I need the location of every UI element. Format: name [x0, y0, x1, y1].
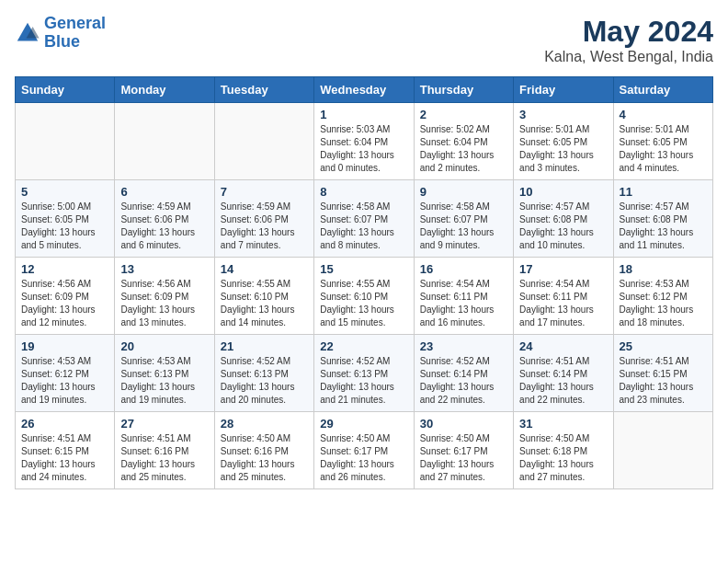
- calendar-cell: 21Sunrise: 4:52 AMSunset: 6:13 PMDayligh…: [214, 335, 313, 412]
- logo-line1: General: [44, 14, 106, 32]
- week-row-1: 1Sunrise: 5:03 AMSunset: 6:04 PMDaylight…: [16, 103, 713, 180]
- cell-info: Sunrise: 4:55 AMSunset: 6:10 PMDaylight:…: [320, 278, 407, 329]
- calendar-header: SundayMondayTuesdayWednesdayThursdayFrid…: [16, 77, 713, 103]
- day-number: 11: [620, 185, 707, 199]
- day-number: 26: [21, 417, 108, 431]
- day-number: 21: [221, 339, 308, 353]
- calendar-cell: 14Sunrise: 4:55 AMSunset: 6:10 PMDayligh…: [214, 258, 313, 335]
- header-day-wednesday: Wednesday: [314, 77, 414, 103]
- calendar-cell: 31Sunrise: 4:50 AMSunset: 6:18 PMDayligh…: [514, 412, 613, 489]
- cell-info: Sunrise: 4:50 AMSunset: 6:17 PMDaylight:…: [320, 432, 407, 484]
- cell-info: Sunrise: 4:59 AMSunset: 6:06 PMDaylight:…: [221, 201, 308, 252]
- cell-info: Sunrise: 4:50 AMSunset: 6:18 PMDaylight:…: [519, 432, 607, 484]
- cell-info: Sunrise: 4:51 AMSunset: 6:14 PMDaylight:…: [519, 355, 607, 407]
- day-number: 2: [420, 108, 507, 121]
- day-number: 27: [120, 417, 208, 431]
- day-number: 20: [120, 339, 208, 353]
- day-number: 15: [320, 262, 407, 276]
- cell-info: Sunrise: 4:57 AMSunset: 6:08 PMDaylight:…: [620, 201, 707, 252]
- day-number: 14: [221, 262, 308, 276]
- calendar-cell: 26Sunrise: 4:51 AMSunset: 6:15 PMDayligh…: [16, 412, 115, 489]
- day-number: 28: [221, 417, 308, 431]
- logo-icon: [15, 20, 40, 46]
- week-row-5: 26Sunrise: 4:51 AMSunset: 6:15 PMDayligh…: [16, 412, 713, 489]
- calendar-cell: 5Sunrise: 5:00 AMSunset: 6:05 PMDaylight…: [16, 180, 115, 258]
- day-number: 7: [221, 185, 308, 199]
- calendar-cell: 23Sunrise: 4:52 AMSunset: 6:14 PMDayligh…: [414, 335, 513, 412]
- cell-info: Sunrise: 4:52 AMSunset: 6:13 PMDaylight:…: [320, 355, 407, 407]
- cell-info: Sunrise: 4:52 AMSunset: 6:14 PMDaylight:…: [420, 355, 507, 407]
- calendar-cell: 20Sunrise: 4:53 AMSunset: 6:13 PMDayligh…: [115, 335, 214, 412]
- week-row-2: 5Sunrise: 5:00 AMSunset: 6:05 PMDaylight…: [16, 180, 713, 258]
- calendar-body: 1Sunrise: 5:03 AMSunset: 6:04 PMDaylight…: [16, 103, 713, 489]
- calendar-cell: 27Sunrise: 4:51 AMSunset: 6:16 PMDayligh…: [115, 412, 214, 489]
- cell-info: Sunrise: 4:56 AMSunset: 6:09 PMDaylight:…: [21, 278, 108, 329]
- calendar-cell: 13Sunrise: 4:56 AMSunset: 6:09 PMDayligh…: [115, 258, 214, 335]
- main-title: May 2024: [544, 15, 713, 49]
- cell-info: Sunrise: 4:52 AMSunset: 6:13 PMDaylight:…: [221, 355, 308, 407]
- cell-info: Sunrise: 4:50 AMSunset: 6:16 PMDaylight:…: [221, 432, 308, 484]
- calendar-cell: 6Sunrise: 4:59 AMSunset: 6:06 PMDaylight…: [115, 180, 214, 258]
- calendar-cell: 16Sunrise: 4:54 AMSunset: 6:11 PMDayligh…: [414, 258, 513, 335]
- day-number: 5: [21, 185, 108, 199]
- calendar-cell: 11Sunrise: 4:57 AMSunset: 6:08 PMDayligh…: [613, 180, 712, 258]
- calendar-cell: 7Sunrise: 4:59 AMSunset: 6:06 PMDaylight…: [214, 180, 313, 258]
- cell-info: Sunrise: 5:01 AMSunset: 6:05 PMDaylight:…: [519, 123, 607, 175]
- cell-info: Sunrise: 4:53 AMSunset: 6:12 PMDaylight:…: [620, 278, 707, 329]
- calendar-cell: [613, 412, 712, 489]
- day-number: 16: [420, 262, 507, 276]
- calendar-cell: 18Sunrise: 4:53 AMSunset: 6:12 PMDayligh…: [613, 258, 712, 335]
- calendar-cell: 22Sunrise: 4:52 AMSunset: 6:13 PMDayligh…: [314, 335, 414, 412]
- day-number: 8: [320, 185, 407, 199]
- cell-info: Sunrise: 4:57 AMSunset: 6:08 PMDaylight:…: [519, 201, 607, 252]
- day-number: 25: [620, 339, 707, 353]
- calendar-cell: 9Sunrise: 4:58 AMSunset: 6:07 PMDaylight…: [414, 180, 513, 258]
- day-number: 17: [519, 262, 607, 276]
- day-number: 12: [21, 262, 108, 276]
- calendar-cell: 15Sunrise: 4:55 AMSunset: 6:10 PMDayligh…: [314, 258, 414, 335]
- cell-info: Sunrise: 4:58 AMSunset: 6:07 PMDaylight:…: [420, 201, 507, 252]
- calendar-cell: 8Sunrise: 4:58 AMSunset: 6:07 PMDaylight…: [314, 180, 414, 258]
- day-number: 6: [120, 185, 208, 199]
- calendar-cell: 3Sunrise: 5:01 AMSunset: 6:05 PMDaylight…: [514, 103, 613, 180]
- cell-info: Sunrise: 5:01 AMSunset: 6:05 PMDaylight:…: [620, 123, 707, 175]
- logo-line2: Blue: [44, 32, 80, 51]
- logo: General Blue: [15, 15, 106, 52]
- cell-info: Sunrise: 4:50 AMSunset: 6:17 PMDaylight:…: [420, 432, 507, 484]
- calendar-cell: [214, 103, 313, 180]
- cell-info: Sunrise: 4:53 AMSunset: 6:13 PMDaylight:…: [120, 355, 208, 407]
- cell-info: Sunrise: 5:02 AMSunset: 6:04 PMDaylight:…: [420, 123, 507, 175]
- header-day-sunday: Sunday: [16, 77, 115, 103]
- header-day-thursday: Thursday: [414, 77, 513, 103]
- title-block: May 2024 Kalna, West Bengal, India: [544, 15, 713, 65]
- calendar-cell: 24Sunrise: 4:51 AMSunset: 6:14 PMDayligh…: [514, 335, 613, 412]
- cell-info: Sunrise: 4:59 AMSunset: 6:06 PMDaylight:…: [120, 201, 208, 252]
- calendar-cell: 29Sunrise: 4:50 AMSunset: 6:17 PMDayligh…: [314, 412, 414, 489]
- cell-info: Sunrise: 4:54 AMSunset: 6:11 PMDaylight:…: [420, 278, 507, 329]
- day-number: 9: [420, 185, 507, 199]
- day-number: 19: [21, 339, 108, 353]
- cell-info: Sunrise: 4:55 AMSunset: 6:10 PMDaylight:…: [221, 278, 308, 329]
- cell-info: Sunrise: 5:03 AMSunset: 6:04 PMDaylight:…: [320, 123, 407, 175]
- cell-info: Sunrise: 4:51 AMSunset: 6:16 PMDaylight:…: [120, 432, 208, 484]
- header-day-saturday: Saturday: [613, 77, 712, 103]
- day-number: 18: [620, 262, 707, 276]
- cell-info: Sunrise: 4:54 AMSunset: 6:11 PMDaylight:…: [519, 278, 607, 329]
- day-number: 23: [420, 339, 507, 353]
- calendar-cell: 28Sunrise: 4:50 AMSunset: 6:16 PMDayligh…: [214, 412, 313, 489]
- cell-info: Sunrise: 4:58 AMSunset: 6:07 PMDaylight:…: [320, 201, 407, 252]
- logo-text: General Blue: [44, 15, 106, 52]
- header-row: SundayMondayTuesdayWednesdayThursdayFrid…: [16, 77, 713, 103]
- cell-info: Sunrise: 4:53 AMSunset: 6:12 PMDaylight:…: [21, 355, 108, 407]
- day-number: 29: [320, 417, 407, 431]
- subtitle: Kalna, West Bengal, India: [544, 49, 713, 65]
- header-day-tuesday: Tuesday: [214, 77, 313, 103]
- cell-info: Sunrise: 4:51 AMSunset: 6:15 PMDaylight:…: [21, 432, 108, 484]
- day-number: 10: [519, 185, 607, 199]
- week-row-4: 19Sunrise: 4:53 AMSunset: 6:12 PMDayligh…: [16, 335, 713, 412]
- calendar-cell: 30Sunrise: 4:50 AMSunset: 6:17 PMDayligh…: [414, 412, 513, 489]
- calendar-cell: [16, 103, 115, 180]
- day-number: 4: [620, 108, 707, 121]
- calendar-cell: 19Sunrise: 4:53 AMSunset: 6:12 PMDayligh…: [16, 335, 115, 412]
- calendar-cell: 4Sunrise: 5:01 AMSunset: 6:05 PMDaylight…: [613, 103, 712, 180]
